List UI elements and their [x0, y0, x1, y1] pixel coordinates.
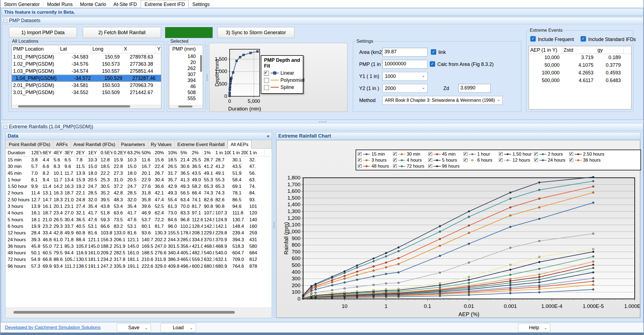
aep-table[interactable]: Duration12EY6EY4EY3EY2EY1EY0.5EY0.2EY63.… — [7, 149, 271, 304]
table-row[interactable]: 96 hours57.369.993.4111.3138.9191.1247.2… — [7, 263, 271, 269]
series-checkbox[interactable] — [428, 164, 432, 168]
column-header[interactable]: 4EY — [52, 149, 63, 156]
main-tab-extreme-event-ifd[interactable]: Extreme Event IFD — [141, 0, 189, 8]
main-tab-monte-carlo[interactable]: Monte Carlo — [77, 1, 110, 7]
series-checkbox[interactable] — [569, 152, 573, 156]
help-dropdown[interactable]: Help⌄ — [518, 323, 550, 332]
extreme-events-table[interactable]: AEP (1 in Y)Zstdgy10,0003.7190.18950,000… — [529, 46, 631, 109]
include-frequent-checkbox[interactable] — [530, 36, 536, 42]
main-tab-storm-generator[interactable]: Storm Generator — [1, 1, 43, 7]
method-select[interactable]: ARR Book 8 Chapter 3: Siriwardena & Wein… — [382, 96, 503, 105]
horizontal-scrollbar[interactable] — [12, 104, 161, 108]
list-item[interactable]: 140 — [169, 53, 203, 59]
series-checkbox[interactable] — [534, 152, 538, 156]
data-tab-all-aeps[interactable]: All AEPs — [228, 140, 251, 148]
column-header[interactable]: Y — [156, 45, 161, 53]
table-row[interactable]: 50,0004.10750.3779 — [529, 62, 631, 69]
table-row[interactable]: 1.01_PMP(GSDM)-34.583150.59278978.63 — [12, 53, 161, 60]
y2-select[interactable]: 2000⌄ — [382, 84, 428, 93]
column-header[interactable]: X — [122, 45, 156, 53]
series-checkbox[interactable] — [358, 158, 362, 162]
table-row[interactable]: 72 hours54.966.888.6105.3130.9181.1234.2… — [7, 256, 271, 263]
column-header[interactable]: 6EY — [42, 149, 52, 156]
pmp-datasets-header[interactable]: − PMP Datasets — [2, 17, 643, 24]
series-checkbox[interactable] — [464, 152, 467, 156]
column-header[interactable]: Duration — [7, 149, 30, 156]
vertical-scrollbar[interactable] — [200, 55, 202, 72]
sync-to-storm-generator-button[interactable]: 3) Sync to Storm Generator — [217, 27, 294, 38]
table-row[interactable]: 12 hours28.433.442.849.960.881.6103.8133… — [7, 229, 271, 236]
data-tab-areal-rainfall-ifds-[interactable]: Areal Rainfall (IFDs) — [71, 141, 118, 148]
calc-from-area-checkbox[interactable] — [430, 61, 435, 67]
spline-checkbox[interactable] — [264, 85, 269, 90]
collapse-panel-button[interactable]: « — [267, 133, 270, 139]
column-header[interactable]: 10% — [167, 149, 179, 156]
column-header[interactable]: 5% — [179, 149, 191, 156]
table-row[interactable]: 24 hours39.346.861.071.888.4121.1156.320… — [7, 236, 271, 243]
column-header[interactable]: 12EY — [30, 149, 42, 156]
column-header[interactable]: 50% — [140, 149, 154, 156]
table-row[interactable]: 4 hours16.118.723.427.032.141.751.863.64… — [7, 209, 271, 216]
column-header[interactable]: 1EY — [87, 149, 99, 156]
credit-link[interactable]: Developed by Catchment Simulation Soluti… — [5, 325, 101, 330]
column-header[interactable]: 3EY — [63, 149, 75, 156]
main-tab-at-site-ifd[interactable]: At-Site IFD — [110, 1, 141, 7]
table-row[interactable]: 30 min5.76.68.39.611.515.018.522.815.016… — [7, 163, 271, 170]
splitter-handle[interactable] — [206, 45, 208, 110]
load-dropdown[interactable]: Load⌄ — [160, 323, 196, 332]
list-item[interactable]: 508 — [169, 89, 203, 95]
import-pmp-data-button[interactable]: 1) Import PMP Data — [9, 27, 77, 38]
pmp-input[interactable]: 10000000 — [382, 60, 428, 69]
column-header[interactable]: 0.2EY — [113, 149, 126, 156]
column-header[interactable]: 2% — [191, 149, 203, 156]
column-header[interactable]: 1 in — [248, 149, 265, 156]
panel-splitter[interactable] — [273, 132, 275, 318]
horizontal-scrollbar[interactable] — [169, 105, 203, 108]
column-header[interactable]: PMP (mm) — [169, 45, 203, 53]
column-header[interactable]: 1 in 200 — [231, 149, 248, 156]
series-checkbox[interactable] — [393, 152, 397, 156]
table-row[interactable]: 500,0004.61170.6483 — [529, 77, 631, 85]
column-header[interactable]: PMP Location — [12, 45, 59, 53]
series-checkbox[interactable] — [358, 152, 362, 156]
column-header[interactable]: 20% — [154, 149, 167, 156]
table-row[interactable]: 45 min7.08.210.111.713.918.022.227.318.0… — [7, 170, 271, 176]
column-header[interactable]: 2EY — [75, 149, 87, 156]
link-checkbox[interactable] — [431, 49, 436, 55]
table-row[interactable]: 6 hours19.923.229.333.740.553.166.683.25… — [7, 223, 271, 229]
series-checkbox[interactable] — [534, 158, 538, 162]
list-item[interactable]: 262 — [169, 65, 203, 71]
list-item[interactable]: 20 — [169, 59, 203, 65]
table-row[interactable]: 1 hour8.19.411.713.415.920.525.331.020.5… — [7, 176, 271, 183]
series-checkbox[interactable] — [569, 158, 573, 162]
pmp-values-list[interactable]: PMP (mm) 1402026230739446508555 — [169, 45, 203, 109]
table-row[interactable]: 2 hours11.413.116.318.722.128.535.242.82… — [7, 190, 271, 196]
horizontal-scrollbar[interactable] — [6, 307, 271, 317]
series-checkbox[interactable] — [499, 158, 503, 162]
main-tab-settings[interactable]: Settings — [189, 1, 213, 7]
include-standard-ifds-checkbox[interactable] — [581, 36, 586, 42]
table-row[interactable]: 1.50 hour9.911.414.216.319.224.730.537.2… — [7, 183, 271, 190]
series-checkbox[interactable] — [393, 164, 397, 168]
collapse-icon[interactable]: − — [4, 125, 7, 129]
table-row[interactable]: 5 hours18.121.026.530.436.547.659.373.54… — [7, 216, 271, 223]
data-tab-parameters[interactable]: Parameters — [118, 141, 148, 148]
series-checkbox[interactable] — [358, 164, 362, 168]
table-row[interactable]: 2.01_PMP(GSDM)-34.581150.503270963.79 — [12, 82, 161, 89]
column-header[interactable]: 63.2% — [126, 149, 140, 156]
table-row[interactable]: 3.01_PMP(GSDM)-34.552150.509271442.67 — [12, 89, 161, 96]
list-item[interactable]: 307 — [169, 71, 203, 77]
zd-input[interactable]: 3.6990 — [458, 84, 491, 93]
collapse-icon[interactable]: − — [4, 19, 7, 22]
polynomial-checkbox[interactable] — [264, 78, 269, 83]
table-row[interactable]: 3 hours13.916.120.123.127.435.443.853.43… — [7, 203, 271, 209]
column-header[interactable]: 0.5EY — [99, 149, 113, 156]
main-tab-model-runs[interactable]: Model Runs — [43, 1, 76, 7]
series-checkbox[interactable] — [464, 158, 467, 162]
section-splitter[interactable] — [2, 120, 643, 123]
linear-checkbox[interactable] — [264, 71, 269, 76]
column-header[interactable]: 1% — [203, 149, 214, 156]
data-tab-point-rainfall-ifds-[interactable]: Point Rainfall (IFDs) — [6, 141, 53, 148]
table-row[interactable]: 1.03_PMP(GSDM)-34.574150.557275851.44 — [12, 68, 161, 75]
list-item[interactable]: 394 — [169, 77, 203, 83]
